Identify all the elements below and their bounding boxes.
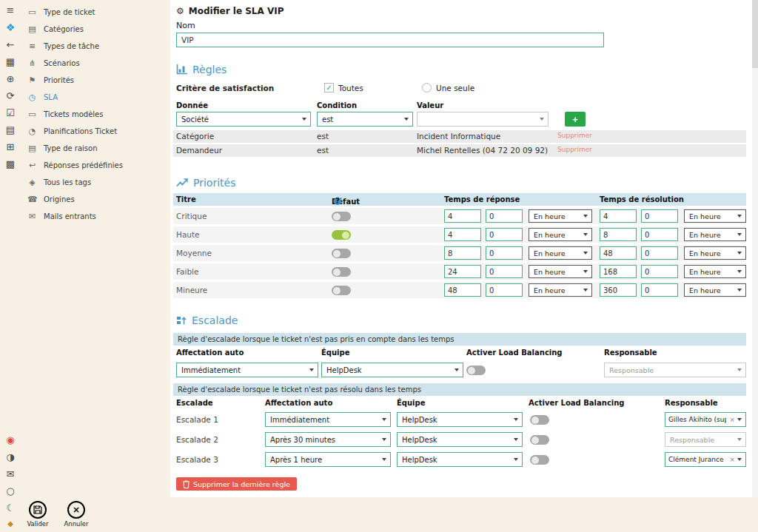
load-balancing-toggle[interactable] xyxy=(530,415,549,425)
affectation-auto-select[interactable]: Immédiatement xyxy=(265,412,391,427)
grid-icon[interactable]: ▩ xyxy=(6,159,15,169)
cart-icon[interactable]: ⊞ xyxy=(7,142,15,152)
resolution-hours-input[interactable] xyxy=(600,228,637,241)
menu-icon[interactable]: ≡ xyxy=(7,5,15,15)
theme-icon[interactable]: ☾ xyxy=(6,503,15,513)
responsable-select[interactable]: Responsable xyxy=(604,363,746,377)
sla-name-input[interactable] xyxy=(176,33,604,47)
app-logo-icon[interactable]: ❖ xyxy=(6,22,16,33)
responsable-select[interactable]: Clément Jurance (agent) × xyxy=(665,452,746,467)
affectation-auto-select[interactable]: Immédiatement xyxy=(176,363,318,377)
sync-icon[interactable]: ⟳ xyxy=(7,91,15,101)
back-icon[interactable]: ← xyxy=(7,40,15,50)
sidebar-item-scenarios[interactable]: ⋔ Scénarios xyxy=(21,55,170,72)
resolution-hours-input[interactable] xyxy=(600,283,637,297)
responsable-select[interactable]: Gilles Akihito (superviseur) × xyxy=(665,412,746,427)
load-balancing-toggle[interactable] xyxy=(530,455,549,465)
sidebar-item-tickets-modeles[interactable]: ▭ Tickets modèles xyxy=(21,106,170,123)
remove-tag-icon[interactable]: × xyxy=(729,416,735,423)
resolution-minutes-input[interactable] xyxy=(641,209,678,223)
resolution-minutes-input[interactable] xyxy=(641,265,678,278)
load-balancing-toggle[interactable] xyxy=(530,435,549,445)
response-hours-input[interactable] xyxy=(444,283,481,297)
equipe-select[interactable]: HelpDesk xyxy=(321,363,463,377)
resolution-unit-select[interactable]: En heure xyxy=(684,265,746,278)
sidebar-item-categories[interactable]: ▤ Catégories xyxy=(21,21,170,38)
response-minutes-input[interactable] xyxy=(486,246,523,260)
resolution-minutes-input[interactable] xyxy=(641,246,678,260)
resolution-unit-select[interactable]: En heure xyxy=(684,209,746,223)
col-donnee: Donnée xyxy=(176,101,208,110)
response-hours-input[interactable] xyxy=(444,265,481,278)
sidebar-item-priorites[interactable]: ⚑ Priorités xyxy=(21,72,170,89)
sidebar-item-reponses-predefinies[interactable]: ↩ Réponses prédéfinies xyxy=(21,157,170,174)
default-toggle[interactable] xyxy=(332,230,351,240)
load-balancing-toggle[interactable] xyxy=(466,366,486,375)
option-une-seule[interactable]: Une seule xyxy=(422,83,474,92)
beta-icon[interactable]: ◆ xyxy=(7,520,13,528)
response-minutes-input[interactable] xyxy=(486,228,523,241)
modules-icon[interactable]: ▦ xyxy=(6,57,15,67)
response-minutes-input[interactable] xyxy=(486,209,523,223)
radio-unchecked-icon[interactable] xyxy=(422,83,432,92)
scrollbar-thumb[interactable] xyxy=(752,0,758,68)
delete-rule-link[interactable]: Supprimer xyxy=(557,132,592,139)
resolution-minutes-input[interactable] xyxy=(641,228,678,241)
affectation-auto-select[interactable]: Après 30 minutes xyxy=(265,432,391,447)
response-hours-input[interactable] xyxy=(444,209,481,223)
sidebar-item-planifications-ticket[interactable]: ◔ Planifications Ticket xyxy=(21,123,170,140)
donnee-select[interactable]: Société xyxy=(176,112,311,127)
default-toggle[interactable] xyxy=(332,286,351,295)
resolution-hours-input[interactable] xyxy=(600,265,637,278)
sidebar-item-types-de-tache[interactable]: ≡ Types de tâche xyxy=(21,38,170,55)
default-toggle[interactable] xyxy=(332,249,351,258)
apps-icon[interactable]: ▤ xyxy=(6,125,15,135)
info-icon[interactable]: ? xyxy=(334,198,341,205)
option-toutes[interactable]: ✓ Toutes xyxy=(324,83,363,92)
responsable-select[interactable]: Responsable xyxy=(665,432,746,447)
sidebar-item-origines[interactable]: ☎ Origines xyxy=(21,191,170,208)
cancel-button[interactable]: × Annuler xyxy=(56,501,96,528)
response-unit-select[interactable]: En heure xyxy=(529,265,592,278)
sidebar-item-type-de-raison[interactable]: ▤ Type de raison xyxy=(21,140,170,157)
sidebar-item-tous-les-tags[interactable]: ◈ Tous les tags xyxy=(21,174,170,191)
resolution-hours-input[interactable] xyxy=(600,209,637,223)
add-rule-button[interactable]: + xyxy=(565,112,586,127)
resolution-minutes-input[interactable] xyxy=(641,283,678,297)
chat-icon[interactable]: ○ xyxy=(6,486,14,496)
sidebar-item-sla[interactable]: ◷ SLA xyxy=(21,89,170,106)
response-minutes-input[interactable] xyxy=(486,265,523,278)
support-icon[interactable]: ◉ xyxy=(6,435,14,445)
sidebar-item-type-de-ticket[interactable]: ▭ Type de ticket xyxy=(21,4,170,21)
response-unit-select[interactable]: En heure xyxy=(529,246,592,260)
response-unit-select[interactable]: En heure xyxy=(529,283,592,297)
response-unit-select[interactable]: En heure xyxy=(529,209,592,223)
mailbox-icon[interactable]: ✉ xyxy=(7,469,15,479)
validate-icon[interactable]: ☑ xyxy=(6,108,15,118)
response-hours-input[interactable] xyxy=(444,246,481,260)
remove-tag-icon[interactable]: × xyxy=(729,456,735,463)
delete-last-rule-button[interactable]: Supprimer la dernière règle xyxy=(176,477,297,491)
default-toggle[interactable] xyxy=(332,267,351,277)
response-minutes-input[interactable] xyxy=(486,283,523,297)
validate-button[interactable]: Valider xyxy=(18,501,58,528)
condition-select[interactable]: est xyxy=(317,112,413,127)
docs-icon[interactable]: ◑ xyxy=(6,452,14,462)
valeur-select[interactable] xyxy=(417,112,549,127)
delete-rule-link[interactable]: Supprimer xyxy=(557,146,592,153)
resolution-hours-input[interactable] xyxy=(600,246,637,260)
equipe-select[interactable]: HelpDesk xyxy=(397,412,523,427)
equipe-select[interactable]: HelpDesk xyxy=(397,452,523,467)
checkbox-checked-icon[interactable]: ✓ xyxy=(324,83,334,92)
resolution-unit-select[interactable]: En heure xyxy=(684,228,746,241)
equipe-select[interactable]: HelpDesk xyxy=(397,432,523,447)
add-icon[interactable]: ⊕ xyxy=(7,74,15,84)
response-unit-select[interactable]: En heure xyxy=(529,228,592,241)
response-hours-input[interactable] xyxy=(444,228,481,241)
affectation-auto-select[interactable]: Après 1 heure xyxy=(265,452,391,467)
resolution-unit-select[interactable]: En heure xyxy=(684,246,746,260)
sidebar-item-mails-entrants[interactable]: ✉ Mails entrants xyxy=(21,208,170,225)
default-toggle[interactable] xyxy=(332,212,351,221)
resolution-unit-select[interactable]: En heure xyxy=(684,283,746,297)
scrollbar[interactable] xyxy=(752,0,758,497)
